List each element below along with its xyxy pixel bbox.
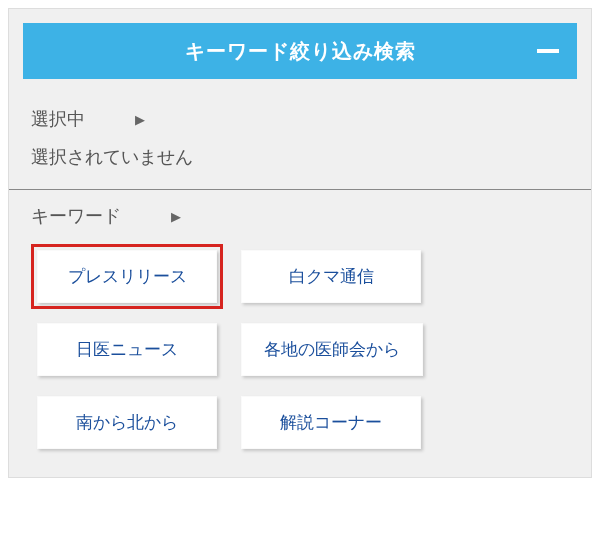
keyword-chip[interactable]: 各地の医師会から [241,323,423,376]
minus-icon [537,49,559,53]
panel-title: キーワード絞り込み検索 [185,38,416,65]
chevron-right-icon: ▶ [171,209,181,224]
selected-section-header[interactable]: 選択中 ▶ [9,93,591,141]
keyword-chip-list: プレスリリース白クマ通信日医ニュース各地の医師会から南から北から解説コーナー [9,238,591,453]
keywords-label: キーワード [31,204,121,228]
keyword-chip[interactable]: 南から北から [37,396,217,449]
keyword-chip[interactable]: プレスリリース [37,250,217,303]
keyword-chip[interactable]: 日医ニュース [37,323,217,376]
chevron-right-icon: ▶ [135,112,145,127]
keywords-section-header[interactable]: キーワード ▶ [9,190,591,238]
keyword-chip[interactable]: 解説コーナー [241,396,421,449]
panel-header[interactable]: キーワード絞り込み検索 [23,23,577,79]
keyword-filter-panel: キーワード絞り込み検索 選択中 ▶ 選択されていません キーワード ▶ プレスリ… [8,8,592,478]
selected-status: 選択されていません [9,141,591,190]
selected-label: 選択中 [31,107,85,131]
keyword-chip[interactable]: 白クマ通信 [241,250,421,303]
keywords-section: キーワード ▶ プレスリリース白クマ通信日医ニュース各地の医師会から南から北から… [9,190,591,477]
